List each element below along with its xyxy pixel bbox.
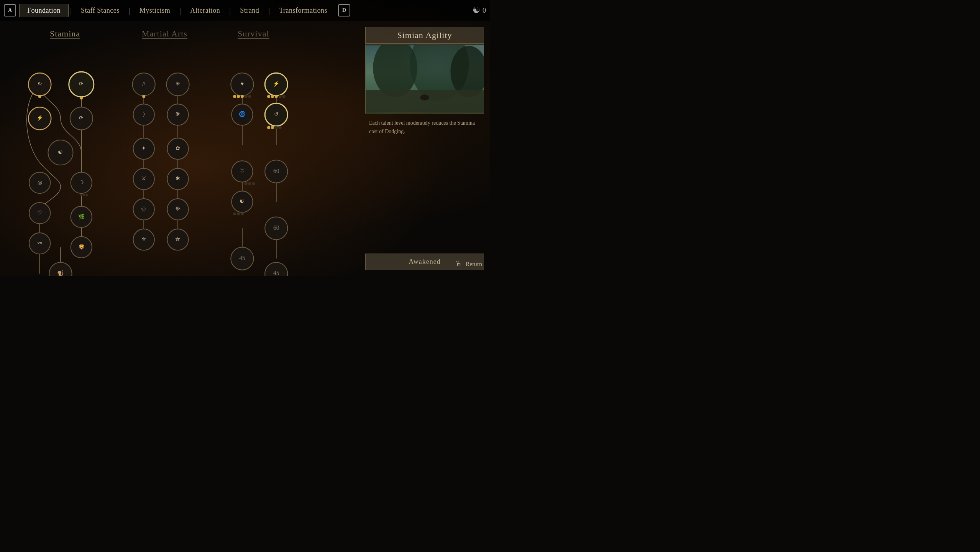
panel-image bbox=[365, 44, 484, 114]
nav-separator-1: | bbox=[69, 6, 73, 15]
column-headers: Stamina Martial Arts Survival bbox=[23, 29, 359, 44]
svg-text:45: 45 bbox=[273, 270, 279, 276]
svg-text:45: 45 bbox=[239, 255, 245, 261]
nav-separator-4: | bbox=[228, 6, 232, 15]
skill-tree-svg: ↻ ⟳ ⚡ ⟳ ☯ ◎ ☽ ♡ bbox=[0, 44, 359, 276]
svg-text:⚝: ⚝ bbox=[141, 206, 146, 212]
header-stamina: Stamina bbox=[50, 29, 80, 39]
panel-title-bar: Simian Agility bbox=[365, 27, 484, 44]
svg-text:♥: ♥ bbox=[241, 81, 244, 87]
svg-text:60: 60 bbox=[273, 224, 279, 231]
svg-text:⟩: ⟩ bbox=[143, 111, 145, 117]
svg-text:⛤: ⛤ bbox=[175, 236, 181, 242]
svg-point-47 bbox=[279, 126, 282, 129]
tab-mysticism[interactable]: Mysticism bbox=[132, 4, 178, 17]
svg-point-34 bbox=[245, 95, 248, 98]
svg-point-31 bbox=[233, 95, 236, 98]
header-martial-arts: Martial Arts bbox=[142, 29, 187, 39]
svg-text:◎: ◎ bbox=[38, 180, 42, 185]
svg-point-49 bbox=[245, 182, 248, 185]
svg-point-38 bbox=[271, 95, 274, 98]
svg-text:✦: ✦ bbox=[141, 145, 146, 151]
tab-foundation[interactable]: Foundation bbox=[19, 4, 69, 17]
svg-point-18 bbox=[142, 95, 145, 98]
svg-point-65 bbox=[420, 94, 429, 100]
nav-separator-5: | bbox=[267, 6, 271, 15]
svg-point-1 bbox=[38, 95, 41, 98]
svg-text:⟳: ⟳ bbox=[79, 115, 84, 121]
navigation-bar: A Foundation | Staff Stances | Mysticism… bbox=[0, 0, 490, 21]
return-label: Return bbox=[465, 261, 482, 268]
svg-point-32 bbox=[237, 95, 240, 98]
nav-separator-2: | bbox=[127, 6, 132, 15]
right-panel: Simian Agility bbox=[359, 21, 490, 276]
svg-text:⚡: ⚡ bbox=[36, 115, 43, 121]
svg-text:🛡: 🛡 bbox=[240, 168, 245, 174]
svg-point-46 bbox=[275, 126, 278, 129]
skill-tree-area: Stamina Martial Arts Survival bbox=[0, 21, 359, 276]
svg-point-45 bbox=[271, 126, 274, 129]
svg-point-10 bbox=[83, 194, 85, 196]
currency-display: ☯ 0 bbox=[473, 5, 486, 15]
svg-point-41 bbox=[282, 95, 286, 98]
svg-text:⚯: ⚯ bbox=[38, 240, 42, 246]
svg-point-55 bbox=[237, 213, 240, 216]
svg-point-54 bbox=[233, 213, 236, 216]
svg-text:🐒: 🐒 bbox=[57, 270, 64, 276]
svg-text:🌀: 🌀 bbox=[239, 111, 246, 117]
svg-text:↺: ↺ bbox=[274, 111, 279, 117]
svg-text:60: 60 bbox=[273, 168, 279, 174]
svg-text:☽: ☽ bbox=[79, 180, 84, 185]
svg-text:↻: ↻ bbox=[38, 81, 42, 87]
svg-text:⚔: ⚔ bbox=[141, 176, 146, 181]
svg-point-56 bbox=[241, 213, 244, 216]
svg-point-40 bbox=[279, 95, 282, 98]
currency-icon: ☯ bbox=[473, 5, 480, 15]
svg-point-37 bbox=[267, 95, 270, 98]
header-survival: Survival bbox=[238, 29, 269, 39]
svg-text:⚡: ⚡ bbox=[273, 81, 280, 87]
svg-point-33 bbox=[241, 95, 244, 98]
stamina-line-4 bbox=[27, 84, 61, 187]
panel-title: Simian Agility bbox=[397, 30, 452, 40]
svg-point-11 bbox=[85, 194, 88, 196]
svg-text:🌿: 🌿 bbox=[78, 213, 85, 220]
svg-point-9 bbox=[80, 194, 82, 196]
tab-strand[interactable]: Strand bbox=[232, 4, 267, 17]
svg-point-35 bbox=[248, 95, 251, 98]
svg-point-50 bbox=[248, 182, 251, 185]
svg-text:☯: ☯ bbox=[58, 149, 63, 155]
main-content: Stamina Martial Arts Survival bbox=[0, 21, 490, 276]
nav-button-d[interactable]: D bbox=[338, 4, 350, 16]
svg-text:⟳: ⟳ bbox=[79, 81, 84, 87]
svg-text:/\: /\ bbox=[142, 81, 145, 87]
nav-separator-3: | bbox=[178, 6, 182, 15]
svg-text:🦁: 🦁 bbox=[78, 244, 85, 250]
nav-button-a[interactable]: A bbox=[4, 4, 16, 16]
svg-point-44 bbox=[267, 126, 270, 129]
svg-text:♡: ♡ bbox=[37, 210, 42, 216]
tab-staff-stances[interactable]: Staff Stances bbox=[73, 4, 127, 17]
currency-value: 0 bbox=[483, 7, 486, 15]
svg-text:✳: ✳ bbox=[176, 81, 180, 87]
return-icon: 🖱 bbox=[455, 260, 462, 268]
tab-transformations[interactable]: Transformations bbox=[271, 4, 335, 17]
svg-point-3 bbox=[80, 97, 83, 100]
svg-text:☯: ☯ bbox=[240, 198, 245, 204]
panel-scene-svg bbox=[366, 45, 484, 113]
svg-point-51 bbox=[252, 182, 255, 185]
svg-text:✿: ✿ bbox=[176, 145, 180, 151]
svg-text:❋: ❋ bbox=[176, 111, 180, 117]
svg-text:✱: ✱ bbox=[176, 176, 180, 181]
svg-rect-64 bbox=[366, 90, 484, 112]
panel-image-inner bbox=[366, 45, 484, 113]
svg-text:❊: ❊ bbox=[176, 206, 180, 212]
return-button[interactable]: 🖱 Return bbox=[455, 260, 482, 268]
svg-point-39 bbox=[275, 95, 278, 98]
tab-alteration[interactable]: Alteration bbox=[182, 4, 228, 17]
svg-text:⚜: ⚜ bbox=[141, 236, 146, 242]
panel-description: Each talent level moderately reduces the… bbox=[365, 114, 484, 254]
